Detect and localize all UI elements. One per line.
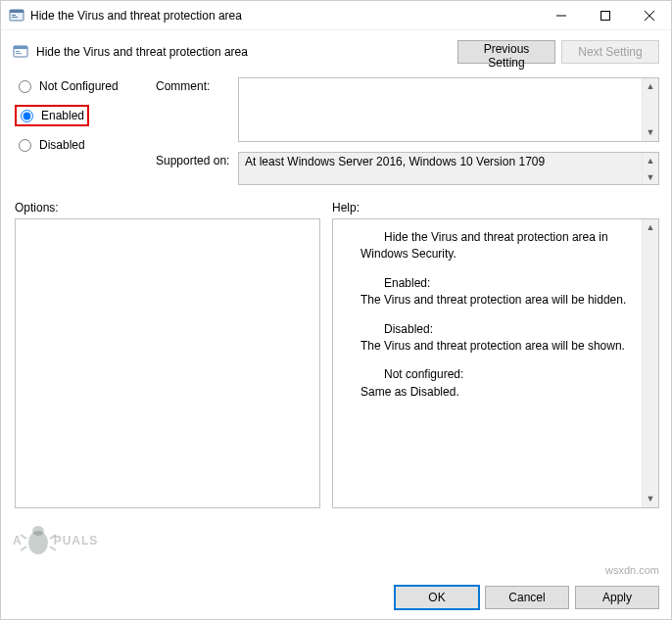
title-bar: Hide the Virus and threat protection are… [1,1,671,30]
radio-not-configured-input[interactable] [19,80,31,93]
svg-line-14 [21,535,26,539]
minimize-button[interactable] [539,1,583,29]
options-label: Options: [15,201,332,215]
policy-icon [13,44,28,60]
supported-on-field: At least Windows Server 2016, Windows 10… [238,152,659,185]
radio-enabled-label[interactable]: Enabled [41,109,84,122]
radio-enabled-input[interactable] [21,110,33,122]
radio-disabled-label[interactable]: Disabled [39,138,85,152]
comment-field[interactable] [239,78,642,141]
radio-not-configured[interactable]: Not Configured [15,77,152,95]
radio-disabled[interactable]: Disabled [15,136,152,154]
svg-line-17 [50,547,56,550]
radio-not-configured-label[interactable]: Not Configured [39,79,119,93]
maximize-button[interactable] [583,1,627,29]
radio-disabled-input[interactable] [19,139,31,152]
app-icon [9,8,24,24]
comment-scrollbar[interactable]: ▲ ▼ [642,78,658,141]
footer-buttons: OK Cancel Apply [395,586,659,609]
options-panel [15,218,320,508]
help-label: Help: [332,201,360,215]
scroll-down-icon: ▼ [647,491,655,507]
scroll-up-icon: ▲ [647,219,655,236]
scroll-up-icon: ▲ [647,78,655,95]
close-button[interactable] [627,1,671,29]
svg-rect-1 [10,10,24,13]
section-labels: Options: Help: [1,185,671,218]
svg-line-6 [645,11,654,21]
svg-line-16 [21,547,26,550]
config-grid: Not Configured Enabled Disabled Comment:… [1,70,671,185]
watermark: A PUALS [13,521,98,560]
cancel-button[interactable]: Cancel [485,586,569,609]
watermark-domain: wsxdn.com [605,564,659,576]
comment-field-wrap: ▲ ▼ [238,77,659,142]
svg-point-12 [28,531,48,554]
svg-rect-3 [12,17,18,18]
help-content: Hide the Virus and threat protection are… [333,219,642,507]
scroll-up-icon: ▲ [647,153,655,169]
help-p1: Hide the Virus and threat protection are… [360,229,628,263]
svg-line-7 [645,11,654,21]
previous-setting-button[interactable]: Previous Setting [457,40,555,64]
svg-rect-5 [600,11,609,20]
help-scrollbar[interactable]: ▲ ▼ [642,219,658,507]
help-p3: Disabled: The Virus and threat protectio… [360,321,628,356]
bug-icon [19,521,58,560]
svg-rect-10 [16,51,20,52]
supported-scrollbar[interactable]: ▲ ▼ [642,153,658,184]
next-setting-button: Next Setting [561,40,659,64]
help-p2: Enabled: The Virus and threat protection… [360,275,628,310]
radio-enabled[interactable]: Enabled [15,105,89,126]
apply-button[interactable]: Apply [575,586,659,609]
panels: Hide the Virus and threat protection are… [1,218,671,508]
state-radio-group: Not Configured Enabled Disabled [15,77,152,154]
svg-rect-11 [16,53,22,54]
svg-line-15 [50,535,56,539]
svg-rect-9 [14,46,27,49]
help-p4: Not configured: Same as Disabled. [360,366,628,401]
scroll-down-icon: ▼ [647,124,655,141]
window-title: Hide the Virus and threat protection are… [30,9,539,23]
help-panel: Hide the Virus and threat protection are… [332,218,659,508]
ok-button[interactable]: OK [395,586,479,609]
supported-on-label: Supported on: [156,152,234,167]
header-row: Hide the Virus and threat protection are… [1,30,671,70]
policy-title: Hide the Virus and threat protection are… [36,45,452,59]
supported-on-value: At least Windows Server 2016, Windows 10… [239,153,642,170]
svg-point-13 [32,526,44,536]
svg-rect-2 [12,15,16,16]
window-controls [539,1,671,29]
comment-label: Comment: [156,77,234,93]
scroll-down-icon: ▼ [647,169,655,186]
